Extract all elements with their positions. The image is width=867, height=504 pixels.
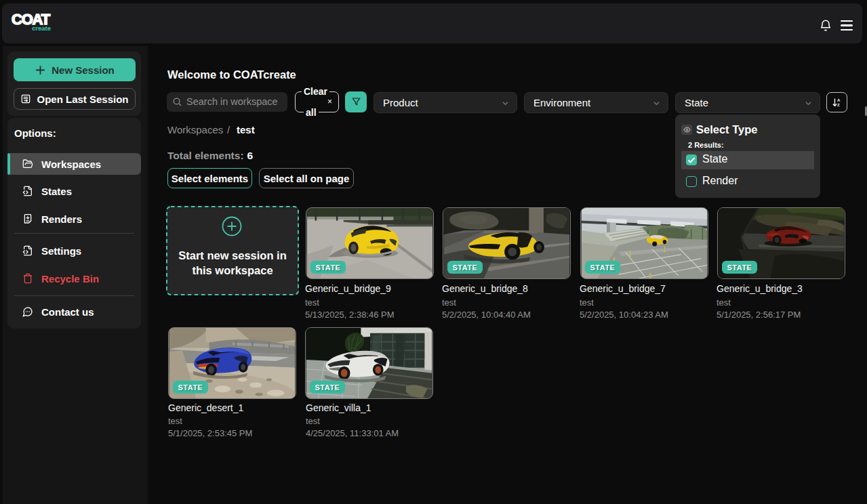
svg-text:Z: Z xyxy=(837,103,840,107)
svg-text:A: A xyxy=(837,98,841,102)
svg-text:create: create xyxy=(32,24,51,32)
